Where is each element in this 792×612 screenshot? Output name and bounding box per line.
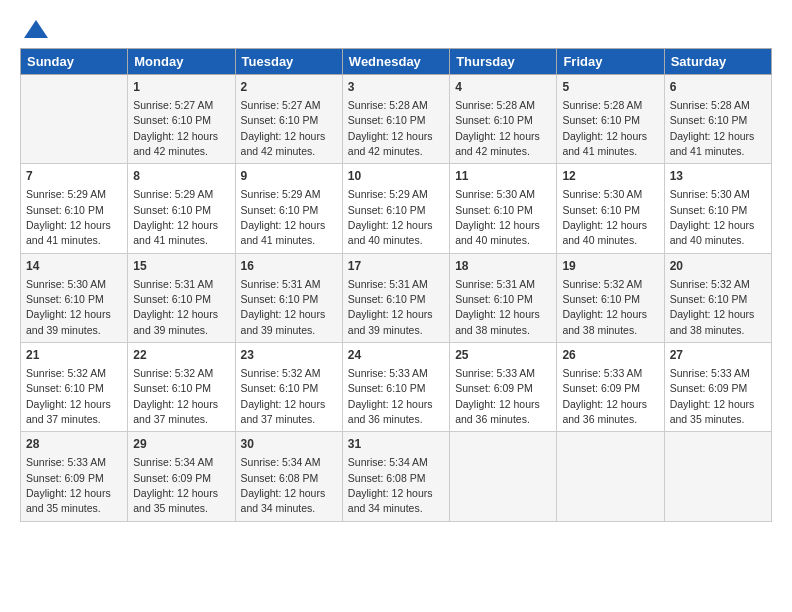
sunset-text: Sunset: 6:10 PM (133, 382, 211, 394)
daylight-text: Daylight: 12 hours and 39 minutes. (26, 308, 111, 335)
day-number: 6 (670, 79, 766, 96)
sunrise-text: Sunrise: 5:34 AM (348, 456, 428, 468)
daylight-text: Daylight: 12 hours and 35 minutes. (26, 487, 111, 514)
calendar-cell: 26Sunrise: 5:33 AMSunset: 6:09 PMDayligh… (557, 343, 664, 432)
day-number: 29 (133, 436, 229, 453)
calendar-cell: 28Sunrise: 5:33 AMSunset: 6:09 PMDayligh… (21, 432, 128, 521)
header-friday: Friday (557, 49, 664, 75)
sunrise-text: Sunrise: 5:34 AM (133, 456, 213, 468)
day-number: 23 (241, 347, 337, 364)
daylight-text: Daylight: 12 hours and 41 minutes. (670, 130, 755, 157)
sunset-text: Sunset: 6:10 PM (241, 114, 319, 126)
calendar-cell: 27Sunrise: 5:33 AMSunset: 6:09 PMDayligh… (664, 343, 771, 432)
day-number: 16 (241, 258, 337, 275)
sunset-text: Sunset: 6:10 PM (241, 382, 319, 394)
day-number: 7 (26, 168, 122, 185)
day-number: 17 (348, 258, 444, 275)
calendar-cell: 31Sunrise: 5:34 AMSunset: 6:08 PMDayligh… (342, 432, 449, 521)
sunrise-text: Sunrise: 5:27 AM (241, 99, 321, 111)
sunrise-text: Sunrise: 5:30 AM (455, 188, 535, 200)
calendar-cell: 16Sunrise: 5:31 AMSunset: 6:10 PMDayligh… (235, 253, 342, 342)
calendar-cell: 11Sunrise: 5:30 AMSunset: 6:10 PMDayligh… (450, 164, 557, 253)
sunset-text: Sunset: 6:09 PM (26, 472, 104, 484)
sunset-text: Sunset: 6:10 PM (348, 204, 426, 216)
sunset-text: Sunset: 6:08 PM (241, 472, 319, 484)
sunset-text: Sunset: 6:10 PM (455, 114, 533, 126)
calendar-cell: 6Sunrise: 5:28 AMSunset: 6:10 PMDaylight… (664, 75, 771, 164)
day-number: 4 (455, 79, 551, 96)
day-number: 3 (348, 79, 444, 96)
sunrise-text: Sunrise: 5:34 AM (241, 456, 321, 468)
day-number: 8 (133, 168, 229, 185)
daylight-text: Daylight: 12 hours and 38 minutes. (670, 308, 755, 335)
sunset-text: Sunset: 6:10 PM (348, 293, 426, 305)
daylight-text: Daylight: 12 hours and 41 minutes. (241, 219, 326, 246)
calendar-cell: 20Sunrise: 5:32 AMSunset: 6:10 PMDayligh… (664, 253, 771, 342)
sunrise-text: Sunrise: 5:28 AM (562, 99, 642, 111)
calendar-cell: 21Sunrise: 5:32 AMSunset: 6:10 PMDayligh… (21, 343, 128, 432)
day-number: 1 (133, 79, 229, 96)
sunset-text: Sunset: 6:10 PM (562, 293, 640, 305)
sunrise-text: Sunrise: 5:33 AM (670, 367, 750, 379)
day-number: 10 (348, 168, 444, 185)
sunset-text: Sunset: 6:10 PM (348, 382, 426, 394)
calendar-cell: 30Sunrise: 5:34 AMSunset: 6:08 PMDayligh… (235, 432, 342, 521)
day-number: 31 (348, 436, 444, 453)
daylight-text: Daylight: 12 hours and 40 minutes. (670, 219, 755, 246)
daylight-text: Daylight: 12 hours and 34 minutes. (348, 487, 433, 514)
day-number: 9 (241, 168, 337, 185)
day-number: 28 (26, 436, 122, 453)
sunset-text: Sunset: 6:10 PM (241, 293, 319, 305)
daylight-text: Daylight: 12 hours and 42 minutes. (133, 130, 218, 157)
calendar-header-row: SundayMondayTuesdayWednesdayThursdayFrid… (21, 49, 772, 75)
sunrise-text: Sunrise: 5:30 AM (670, 188, 750, 200)
sunset-text: Sunset: 6:10 PM (26, 382, 104, 394)
daylight-text: Daylight: 12 hours and 37 minutes. (241, 398, 326, 425)
calendar-cell: 17Sunrise: 5:31 AMSunset: 6:10 PMDayligh… (342, 253, 449, 342)
daylight-text: Daylight: 12 hours and 39 minutes. (348, 308, 433, 335)
sunset-text: Sunset: 6:09 PM (562, 382, 640, 394)
day-number: 26 (562, 347, 658, 364)
sunrise-text: Sunrise: 5:31 AM (348, 278, 428, 290)
header-thursday: Thursday (450, 49, 557, 75)
sunset-text: Sunset: 6:08 PM (348, 472, 426, 484)
day-number: 22 (133, 347, 229, 364)
sunrise-text: Sunrise: 5:32 AM (26, 367, 106, 379)
sunset-text: Sunset: 6:10 PM (670, 204, 748, 216)
day-number: 27 (670, 347, 766, 364)
sunset-text: Sunset: 6:10 PM (133, 114, 211, 126)
header-monday: Monday (128, 49, 235, 75)
calendar-cell: 3Sunrise: 5:28 AMSunset: 6:10 PMDaylight… (342, 75, 449, 164)
calendar-cell: 18Sunrise: 5:31 AMSunset: 6:10 PMDayligh… (450, 253, 557, 342)
daylight-text: Daylight: 12 hours and 37 minutes. (26, 398, 111, 425)
svg-marker-0 (24, 20, 48, 38)
day-number: 24 (348, 347, 444, 364)
logo (20, 16, 50, 44)
daylight-text: Daylight: 12 hours and 36 minutes. (562, 398, 647, 425)
day-number: 30 (241, 436, 337, 453)
sunset-text: Sunset: 6:10 PM (455, 293, 533, 305)
calendar-cell: 22Sunrise: 5:32 AMSunset: 6:10 PMDayligh… (128, 343, 235, 432)
header-sunday: Sunday (21, 49, 128, 75)
header-saturday: Saturday (664, 49, 771, 75)
sunset-text: Sunset: 6:09 PM (133, 472, 211, 484)
daylight-text: Daylight: 12 hours and 40 minutes. (348, 219, 433, 246)
calendar-cell: 2Sunrise: 5:27 AMSunset: 6:10 PMDaylight… (235, 75, 342, 164)
calendar-cell (557, 432, 664, 521)
calendar-cell: 8Sunrise: 5:29 AMSunset: 6:10 PMDaylight… (128, 164, 235, 253)
sunrise-text: Sunrise: 5:29 AM (348, 188, 428, 200)
calendar-cell: 19Sunrise: 5:32 AMSunset: 6:10 PMDayligh… (557, 253, 664, 342)
daylight-text: Daylight: 12 hours and 40 minutes. (455, 219, 540, 246)
sunrise-text: Sunrise: 5:30 AM (562, 188, 642, 200)
sunrise-text: Sunrise: 5:28 AM (455, 99, 535, 111)
sunset-text: Sunset: 6:09 PM (455, 382, 533, 394)
day-number: 11 (455, 168, 551, 185)
daylight-text: Daylight: 12 hours and 39 minutes. (241, 308, 326, 335)
sunrise-text: Sunrise: 5:27 AM (133, 99, 213, 111)
sunrise-text: Sunrise: 5:29 AM (26, 188, 106, 200)
page-header (20, 16, 772, 44)
sunset-text: Sunset: 6:10 PM (455, 204, 533, 216)
week-row-5: 28Sunrise: 5:33 AMSunset: 6:09 PMDayligh… (21, 432, 772, 521)
sunrise-text: Sunrise: 5:32 AM (241, 367, 321, 379)
calendar-cell: 7Sunrise: 5:29 AMSunset: 6:10 PMDaylight… (21, 164, 128, 253)
